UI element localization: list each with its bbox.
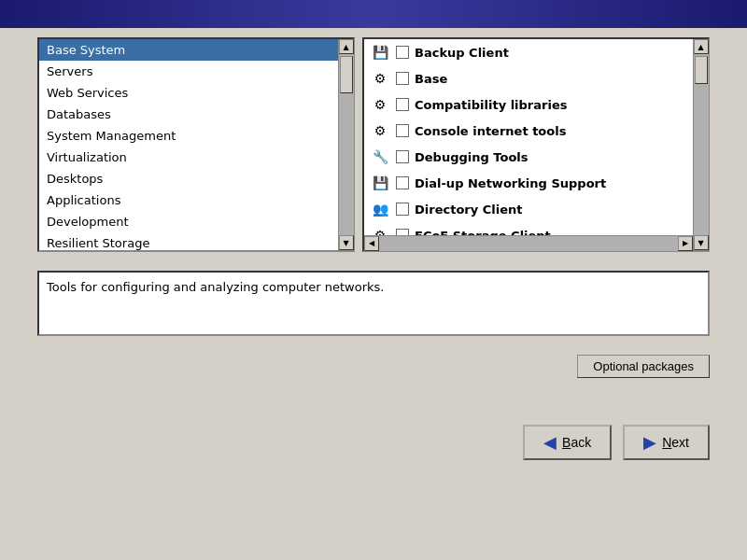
right-scroll-up-btn[interactable]: ▲	[694, 39, 709, 54]
scroll-up-btn[interactable]: ▲	[339, 39, 354, 54]
category-list[interactable]: Base SystemServersWeb ServicesDatabasesS…	[39, 39, 338, 250]
package-list-item[interactable]: 💾Dial-up Networking Support	[364, 170, 693, 196]
right-scroll-down-btn[interactable]: ▼	[694, 235, 709, 250]
package-list-item[interactable]: 👥Directory Client	[364, 196, 693, 222]
package-icon: ⚙️	[370, 94, 390, 115]
right-scroll-thumb[interactable]	[695, 56, 708, 84]
package-checkbox[interactable]	[396, 72, 409, 85]
package-icon: 🔧	[370, 147, 390, 167]
package-label: Backup Client	[415, 46, 509, 60]
package-checkbox[interactable]	[396, 124, 409, 137]
description-text: Tools for configuring and analyzing comp…	[47, 280, 384, 294]
category-list-item[interactable]: Virtualization	[39, 147, 338, 168]
scroll-down-btn[interactable]: ▼	[339, 235, 354, 250]
package-list-item[interactable]: ⚙️Console internet tools	[364, 118, 693, 144]
package-icon: 👥	[370, 199, 390, 219]
category-list-item[interactable]: Web Services	[39, 82, 338, 104]
package-label: Base	[415, 72, 447, 86]
package-icon: 💾	[370, 42, 390, 63]
next-underline: N	[662, 435, 671, 450]
package-label: Directory Client	[415, 203, 522, 217]
category-list-item[interactable]: Desktops	[39, 168, 338, 189]
package-icon: ⚙️	[370, 120, 390, 141]
package-checkbox[interactable]	[396, 203, 409, 216]
package-icon: ⚙️	[370, 68, 390, 89]
package-label: Console internet tools	[415, 124, 566, 138]
right-scroll-track	[694, 54, 709, 235]
package-checkbox[interactable]	[396, 150, 409, 163]
scroll-left-btn[interactable]: ◀	[364, 236, 379, 251]
package-label: Dial-up Networking Support	[415, 176, 606, 190]
next-icon: ▶	[643, 432, 656, 453]
category-list-item[interactable]: Development	[39, 211, 338, 232]
horizontal-scrollbar[interactable]: ◀ ▶	[364, 235, 693, 250]
category-list-item[interactable]: System Management	[39, 125, 338, 147]
package-list-item[interactable]: ⚙️Compatibility libraries	[364, 91, 693, 118]
optional-packages-button[interactable]: Optional packages	[577, 355, 710, 378]
package-list-item[interactable]: 💾Backup Client	[364, 39, 693, 65]
category-list-item[interactable]: Applications	[39, 189, 338, 211]
back-label: Back	[562, 435, 591, 450]
back-underline: B	[562, 435, 571, 450]
package-icon: 💾	[370, 173, 390, 193]
scroll-track	[339, 54, 354, 235]
category-list-item[interactable]: Base System	[39, 39, 338, 61]
right-scrollbar[interactable]: ▲ ▼	[693, 39, 708, 250]
package-label: Debugging Tools	[415, 150, 529, 164]
back-button[interactable]: ◀ Back	[523, 425, 612, 460]
hscroll-track	[379, 236, 678, 251]
package-list-item[interactable]: 🔧Debugging Tools	[364, 144, 693, 170]
scroll-right-btn[interactable]: ▶	[678, 236, 693, 251]
category-list-item[interactable]: Servers	[39, 61, 338, 82]
package-checkbox[interactable]	[396, 176, 409, 189]
left-scrollbar[interactable]: ▲ ▼	[338, 39, 353, 250]
packages-list[interactable]: 💾Backup Client⚙️Base⚙️Compatibility libr…	[364, 39, 693, 250]
scroll-thumb[interactable]	[340, 56, 353, 93]
back-icon: ◀	[543, 432, 557, 453]
package-checkbox[interactable]	[396, 46, 409, 59]
next-label: Next	[662, 435, 689, 450]
category-list-item[interactable]: Resilient Storage	[39, 232, 338, 250]
category-list-panel: Base SystemServersWeb ServicesDatabasesS…	[37, 37, 355, 252]
package-list-item[interactable]: ⚙️Base	[364, 65, 693, 91]
packages-list-panel: 💾Backup Client⚙️Base⚙️Compatibility libr…	[362, 37, 710, 252]
package-label: Compatibility libraries	[415, 98, 567, 112]
next-button[interactable]: ▶ Next	[623, 425, 710, 460]
description-box: Tools for configuring and analyzing comp…	[37, 271, 710, 336]
header-bar	[0, 0, 747, 28]
category-list-item[interactable]: Databases	[39, 104, 338, 125]
package-checkbox[interactable]	[396, 98, 409, 111]
